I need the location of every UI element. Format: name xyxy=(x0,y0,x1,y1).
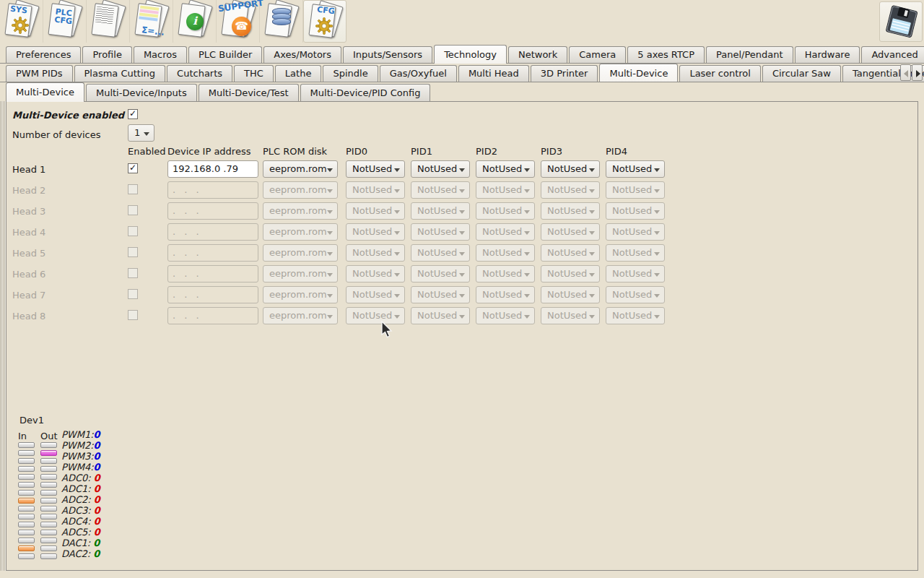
database-button[interactable] xyxy=(260,0,303,43)
support-button[interactable]: SUPPORT ☎ xyxy=(217,0,260,43)
pid4-select[interactable]: NotUsed xyxy=(606,181,665,199)
plc-rom-disk-select[interactable]: eeprom.rom xyxy=(263,286,338,303)
head-enabled-checkbox[interactable] xyxy=(128,310,138,320)
head-enabled-checkbox[interactable] xyxy=(128,205,138,215)
plc-rom-disk-select[interactable]: eeprom.rom xyxy=(263,265,338,282)
device-ip-input[interactable]: . . . xyxy=(167,181,258,199)
tab-scroll-right-button[interactable] xyxy=(912,64,923,81)
pid1-select[interactable]: NotUsed xyxy=(411,244,470,262)
tab-main[interactable]: Advanced xyxy=(861,46,924,63)
pid3-select[interactable]: NotUsed xyxy=(541,223,600,241)
cfg-button[interactable]: CFG xyxy=(303,0,346,43)
splitter-grip[interactable] xyxy=(0,101,6,571)
tab-main[interactable]: Panel/Pendant xyxy=(706,46,793,63)
pid4-select[interactable]: NotUsed xyxy=(606,160,665,178)
pid4-select[interactable]: NotUsed xyxy=(606,223,665,241)
tab-multi-device[interactable]: Multi-Device xyxy=(6,82,84,102)
pid2-select[interactable]: NotUsed xyxy=(476,181,535,199)
pid0-select[interactable]: NotUsed xyxy=(346,223,405,241)
plc-rom-disk-select[interactable]: eeprom.rom xyxy=(263,160,338,178)
device-ip-input[interactable]: . . . xyxy=(167,307,258,324)
tab-main[interactable]: Network xyxy=(508,46,567,63)
head-enabled-checkbox[interactable] xyxy=(128,268,138,278)
device-ip-input[interactable]: 192.168.0 .79 xyxy=(167,160,258,178)
plc-rom-disk-select[interactable]: eeprom.rom xyxy=(263,202,338,220)
pid2-select[interactable]: NotUsed xyxy=(476,223,535,241)
pid2-select[interactable]: NotUsed xyxy=(476,202,535,220)
pid2-select[interactable]: NotUsed xyxy=(476,244,535,262)
pid2-select[interactable]: NotUsed xyxy=(476,160,535,178)
log-button[interactable] xyxy=(87,0,130,43)
pid3-select[interactable]: NotUsed xyxy=(541,181,600,199)
tab-multi-device[interactable]: Multi-Device/Test xyxy=(199,84,299,101)
pid3-select[interactable]: NotUsed xyxy=(541,244,600,262)
pid4-select[interactable]: NotUsed xyxy=(606,265,665,282)
pid3-select[interactable]: NotUsed xyxy=(541,160,600,178)
pid0-select[interactable]: NotUsed xyxy=(346,244,405,262)
pid1-select[interactable]: NotUsed xyxy=(411,286,470,303)
tab-main[interactable]: Technology xyxy=(434,45,507,64)
pid4-select[interactable]: NotUsed xyxy=(606,307,665,324)
tab-main[interactable]: Camera xyxy=(569,46,626,63)
tab-technology[interactable]: Spindle xyxy=(323,65,378,82)
pid2-select[interactable]: NotUsed xyxy=(476,286,535,303)
tab-technology[interactable]: Laser control xyxy=(679,65,761,82)
pid1-select[interactable]: NotUsed xyxy=(411,223,470,241)
pid0-select[interactable]: NotUsed xyxy=(346,265,405,282)
device-ip-input[interactable]: . . . xyxy=(167,202,258,220)
tab-main[interactable]: Inputs/Sensors xyxy=(343,46,432,63)
plc-rom-disk-select[interactable]: eeprom.rom xyxy=(263,307,338,324)
multi-device-enabled-checkbox[interactable]: ✓ xyxy=(128,109,138,119)
pid3-select[interactable]: NotUsed xyxy=(541,265,600,282)
pid0-select[interactable]: NotUsed xyxy=(346,286,405,303)
pid1-select[interactable]: NotUsed xyxy=(411,181,470,199)
sys-button[interactable]: SYS xyxy=(0,0,43,43)
pid3-select[interactable]: NotUsed xyxy=(541,202,600,220)
pid0-select[interactable]: NotUsed xyxy=(346,202,405,220)
tab-multi-device[interactable]: Multi-Device/Inputs xyxy=(86,84,197,101)
pid1-select[interactable]: NotUsed xyxy=(411,160,470,178)
plc-rom-disk-select[interactable]: eeprom.rom xyxy=(263,181,338,199)
tab-main[interactable]: 5 axes RTCP xyxy=(627,46,705,63)
pid3-select[interactable]: NotUsed xyxy=(541,307,600,324)
pid1-select[interactable]: NotUsed xyxy=(411,202,470,220)
pid3-select[interactable]: NotUsed xyxy=(541,286,600,303)
tab-technology[interactable]: Plasma Cutting xyxy=(74,65,166,82)
pid4-select[interactable]: NotUsed xyxy=(606,286,665,303)
tab-main[interactable]: Profile xyxy=(82,46,131,63)
head-enabled-checkbox[interactable] xyxy=(128,226,138,236)
tab-main[interactable]: Hardware xyxy=(795,46,860,63)
pid2-select[interactable]: NotUsed xyxy=(476,265,535,282)
tab-main[interactable]: PLC Builder xyxy=(188,46,262,63)
pid2-select[interactable]: NotUsed xyxy=(476,307,535,324)
device-ip-input[interactable]: . . . xyxy=(167,286,258,303)
macros-button[interactable]: Σ=... xyxy=(130,0,173,43)
plc-rom-disk-select[interactable]: eeprom.rom xyxy=(263,244,338,262)
head-enabled-checkbox[interactable]: ✓ xyxy=(128,163,138,173)
tab-scroll-left-button[interactable] xyxy=(900,64,911,81)
tab-technology[interactable]: 3D Printer xyxy=(531,65,598,82)
tab-main[interactable]: Axes/Motors xyxy=(263,46,341,63)
head-enabled-checkbox[interactable] xyxy=(128,289,138,299)
tab-technology[interactable]: THC xyxy=(234,65,274,82)
pid0-select[interactable]: NotUsed xyxy=(346,160,405,178)
plc-cfg-button[interactable]: PLC CFG xyxy=(43,0,87,43)
tab-technology[interactable]: Gas/Oxyfuel xyxy=(380,65,457,82)
pid1-select[interactable]: NotUsed xyxy=(411,307,470,324)
plc-rom-disk-select[interactable]: eeprom.rom xyxy=(263,223,338,241)
tab-main[interactable]: Preferences xyxy=(6,46,81,63)
pid0-select[interactable]: NotUsed xyxy=(346,181,405,199)
tab-multi-device[interactable]: Multi-Device/PID Config xyxy=(300,84,431,101)
device-ip-input[interactable]: . . . xyxy=(167,244,258,262)
pid0-select[interactable]: NotUsed xyxy=(346,307,405,324)
device-ip-input[interactable]: . . . xyxy=(167,223,258,241)
pid1-select[interactable]: NotUsed xyxy=(411,265,470,282)
number-of-devices-select[interactable]: 1 xyxy=(128,124,154,142)
pid4-select[interactable]: NotUsed xyxy=(606,202,665,220)
tab-technology[interactable]: Cutcharts xyxy=(167,65,232,82)
tab-technology[interactable]: Lathe xyxy=(275,65,322,82)
tab-technology[interactable]: Multi-Device xyxy=(599,64,678,82)
tab-technology[interactable]: PWM PIDs xyxy=(6,65,73,82)
pid4-select[interactable]: NotUsed xyxy=(606,244,665,262)
head-enabled-checkbox[interactable] xyxy=(128,247,138,257)
